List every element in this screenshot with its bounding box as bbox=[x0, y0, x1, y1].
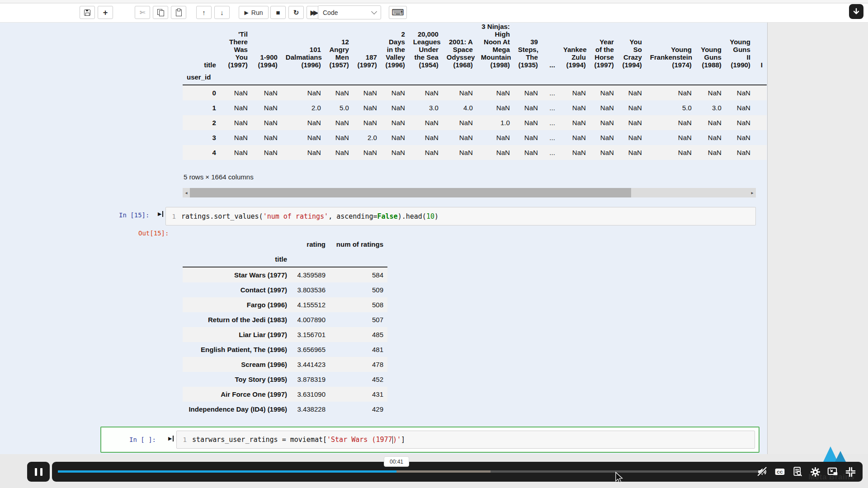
table-row: Toy Story (1995)3.878319452 bbox=[183, 372, 387, 387]
code-cell-15[interactable]: 1 ratings.sort_values('num of ratings', … bbox=[165, 207, 756, 225]
in-prompt-empty: In [ ]: bbox=[129, 436, 156, 443]
table-row: Return of the Jedi (1983)4.007890507 bbox=[183, 312, 387, 327]
restart-icon: ↻ bbox=[293, 9, 299, 16]
window-top-strip bbox=[0, 0, 868, 3]
collapse-icon bbox=[844, 466, 857, 478]
selected-code-cell[interactable]: In [ ]: ▶ 1 starwars_user_ratings = movi… bbox=[100, 427, 760, 453]
insert-cell-button[interactable]: + bbox=[98, 6, 113, 19]
horizontal-scrollbar[interactable]: ◂ ▸ bbox=[183, 188, 756, 197]
play-icon: ▶ bbox=[245, 10, 249, 15]
pause-button[interactable] bbox=[27, 462, 50, 482]
table-row: Scream (1996)3.441423478 bbox=[183, 357, 387, 372]
transcript-button[interactable] bbox=[791, 465, 804, 478]
table-row: Fargo (1996)4.155512508 bbox=[183, 297, 387, 312]
run-button[interactable]: ▶ Run bbox=[239, 6, 269, 19]
chevron-down-icon bbox=[371, 9, 377, 14]
picture-in-picture-icon bbox=[826, 466, 839, 478]
arrow-down-icon: ↓ bbox=[220, 9, 224, 16]
arrow-up-icon: ↑ bbox=[202, 9, 206, 16]
seek-bar[interactable] bbox=[58, 470, 764, 473]
logo-triangle-small bbox=[835, 451, 846, 463]
code-cell-empty[interactable]: 1 starwars_user_ratings = moviemat['Star… bbox=[176, 431, 755, 449]
out-prompt-15: Out[15]: bbox=[138, 230, 169, 237]
svg-text:CC: CC bbox=[777, 470, 783, 474]
copy-cell-button[interactable] bbox=[153, 6, 168, 19]
captions-button[interactable]: CC bbox=[773, 465, 787, 478]
transcript-search-icon bbox=[792, 466, 803, 478]
table-row: Air Force One (1997)3.631090431 bbox=[183, 387, 387, 402]
paste-cell-button[interactable] bbox=[171, 6, 186, 19]
seek-remaining bbox=[491, 470, 764, 473]
scrollbar-thumb[interactable] bbox=[190, 188, 631, 197]
restart-kernel-button[interactable]: ↻ bbox=[288, 6, 304, 19]
pip-button[interactable] bbox=[826, 465, 840, 478]
command-palette-button[interactable]: ⌨ bbox=[389, 6, 407, 19]
movie-matrix-output: title'Til There Was You (1997)1-900 (199… bbox=[183, 23, 767, 166]
plus-icon: + bbox=[103, 9, 108, 17]
metabrains-logo bbox=[823, 446, 848, 463]
seek-buffered bbox=[396, 470, 491, 473]
ratings-header-row: ratingnum of ratings bbox=[183, 237, 387, 252]
table-row: 4NaNNaNNaNNaNNaNNaNNaNNaNNaNNaN...NaNNaN… bbox=[183, 145, 767, 160]
line-number: 1 bbox=[166, 213, 181, 220]
jupyter-toolbar: + ✄ ↑ ↓ ▶ Run ■ ↻ ▶▶ Code ⌨ bbox=[0, 4, 868, 23]
cell-type-select[interactable]: Code bbox=[318, 5, 381, 19]
table-row: Contact (1997)3.803536509 bbox=[183, 282, 387, 297]
cc-icon: CC bbox=[774, 466, 786, 478]
exit-fullscreen-button[interactable] bbox=[844, 465, 857, 478]
in-prompt-15: In [15]: bbox=[119, 211, 149, 219]
cut-cell-button[interactable]: ✄ bbox=[135, 6, 150, 19]
table-row: Independence Day (ID4) (1996)3.438228429 bbox=[183, 402, 387, 417]
code-line[interactable]: starwars_user_ratings = moviemat['Star W… bbox=[192, 436, 405, 444]
save-button[interactable] bbox=[80, 6, 95, 19]
scroll-left-arrow-icon[interactable]: ◂ bbox=[183, 190, 190, 195]
pause-icon bbox=[40, 468, 42, 476]
save-icon bbox=[84, 9, 90, 16]
matrix-header-row: title'Til There Was You (1997)1-900 (199… bbox=[183, 23, 767, 72]
right-gutter bbox=[768, 23, 868, 454]
mouse-cursor bbox=[613, 472, 624, 485]
settings-button[interactable] bbox=[808, 465, 822, 478]
run-label: Run bbox=[251, 9, 263, 16]
seek-time-tooltip: 00:41 bbox=[384, 456, 409, 467]
cell-collapse-icon[interactable]: ▶ bbox=[158, 211, 163, 217]
seek-played bbox=[58, 470, 396, 473]
table-row: 0NaNNaNNaNNaNNaNNaNNaNNaNNaNNaN...NaNNaN… bbox=[183, 85, 767, 100]
ratings-output: ratingnum of ratingstitleStar Wars (1977… bbox=[183, 237, 387, 417]
player-controls-bar: Meta Brains CC bbox=[52, 462, 863, 482]
move-cell-up-button[interactable]: ↑ bbox=[196, 6, 212, 19]
cell-type-value: Code bbox=[323, 9, 338, 16]
table-row: 1NaNNaN2.05.0NaNNaN3.04.0NaNNaN...NaNNaN… bbox=[183, 100, 767, 115]
fast-forward-icon: ▶▶ bbox=[310, 9, 318, 16]
code-line[interactable]: ratings.sort_values('num of ratings', as… bbox=[181, 212, 439, 221]
scroll-right-arrow-icon[interactable]: ▸ bbox=[749, 190, 756, 195]
stop-icon: ■ bbox=[276, 9, 280, 16]
table-row: 3NaNNaNNaNNaN2.0NaNNaNNaNNaNNaN...NaNNaN… bbox=[183, 130, 767, 145]
dataframe-shape-note: 5 rows × 1664 columns bbox=[184, 173, 254, 181]
copy-icon bbox=[157, 9, 164, 16]
paste-icon bbox=[175, 9, 182, 16]
table-row: Star Wars (1977)4.359589584 bbox=[183, 267, 387, 282]
ratings-index-name-row: title bbox=[183, 252, 387, 267]
ratings-table: ratingnum of ratingstitleStar Wars (1977… bbox=[183, 237, 387, 417]
cell-collapse-icon[interactable]: ▶ bbox=[168, 436, 174, 441]
move-cell-down-button[interactable]: ↓ bbox=[214, 6, 230, 19]
gear-icon bbox=[809, 466, 821, 478]
mute-button[interactable] bbox=[755, 465, 769, 478]
scissors-icon: ✄ bbox=[140, 9, 146, 16]
download-icon bbox=[852, 7, 861, 16]
line-number: 1 bbox=[177, 436, 192, 443]
pause-icon bbox=[35, 468, 37, 476]
download-button[interactable] bbox=[849, 4, 863, 19]
table-row: Liar Liar (1997)3.156701485 bbox=[183, 327, 387, 342]
matrix-index-name-row: user_id bbox=[183, 72, 767, 85]
movie-matrix-table: title'Til There Was You (1997)1-900 (199… bbox=[183, 23, 767, 160]
muted-speaker-icon bbox=[756, 466, 768, 478]
keyboard-icon: ⌨ bbox=[392, 8, 404, 17]
table-row: English Patient, The (1996)3.656965481 bbox=[183, 342, 387, 357]
stop-button[interactable]: ■ bbox=[270, 6, 286, 19]
table-row: 2NaNNaNNaNNaNNaNNaNNaNNaN1.0NaN...NaNNaN… bbox=[183, 115, 767, 130]
